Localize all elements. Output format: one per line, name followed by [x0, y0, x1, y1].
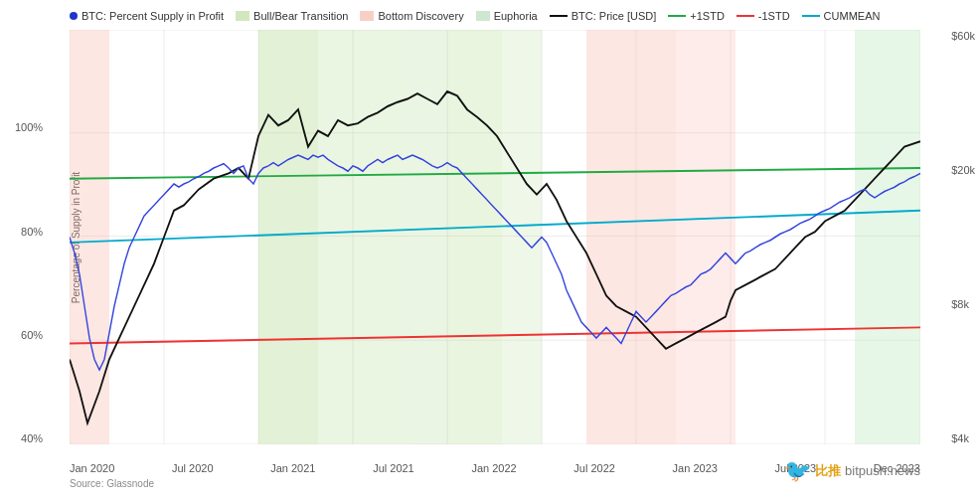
legend-minus-std: -1STD — [736, 10, 790, 22]
x-tick-2: Jan 2021 — [270, 462, 315, 474]
legend-btc-supply: BTC: Percent Supply in Profit — [70, 10, 224, 22]
band-bottom-3 — [676, 30, 735, 444]
legend-label-btc-supply: BTC: Percent Supply in Profit — [82, 10, 224, 22]
legend-dot-btc-supply — [70, 12, 78, 20]
band-bull-bear-1 — [258, 30, 318, 444]
twitter-bird-icon: 🐦 — [784, 458, 811, 484]
legend-btc-price: BTC: Price [USD] — [550, 10, 657, 22]
legend-label-euphoria: Euphoria — [494, 10, 538, 22]
legend-cummean: CUMMEAN — [802, 10, 881, 22]
y-tick-left-1: 100% — [15, 121, 43, 133]
chart-legend: BTC: Percent Supply in Profit Bull/Bear … — [70, 10, 920, 22]
x-tick-6: Jan 2023 — [673, 462, 718, 474]
x-tick-1: Jul 2020 — [172, 462, 214, 474]
legend-line-minus-std — [736, 15, 754, 17]
y-tick-right-1: $20k — [951, 164, 975, 176]
watermark-brand: 比推 bitpush.news — [815, 462, 920, 480]
legend-rect-bull-bear — [236, 11, 249, 21]
x-tick-0: Jan 2020 — [70, 462, 114, 474]
legend-euphoria: Euphoria — [476, 10, 538, 22]
y-tick-left-4: 40% — [21, 432, 43, 444]
y-tick-left-3: 60% — [21, 329, 43, 341]
y-tick-left-2: 80% — [21, 226, 43, 238]
legend-rect-euphoria — [476, 11, 490, 21]
band-bottom-1 — [70, 30, 109, 444]
source-label: Source: Glassnode — [70, 478, 154, 489]
x-tick-4: Jan 2022 — [471, 462, 516, 474]
legend-line-cummean — [802, 15, 820, 17]
y-tick-right-0: $60k — [951, 30, 975, 42]
y-tick-right-2: $8k — [951, 298, 969, 310]
legend-label-cummean: CUMMEAN — [824, 10, 881, 22]
y-axis-right: $60k $20k $8k $4k — [951, 30, 975, 444]
x-tick-5: Jul 2022 — [573, 462, 615, 474]
chart-svg — [70, 30, 920, 444]
legend-bottom-discovery: Bottom Discovery — [360, 10, 463, 22]
legend-plus-std: +1STD — [668, 10, 725, 22]
legend-bull-bear: Bull/Bear Transition — [236, 10, 348, 22]
legend-line-plus-std — [668, 15, 686, 17]
x-tick-3: Jul 2021 — [373, 462, 414, 474]
band-bull-bear-3 — [373, 30, 412, 444]
legend-rect-bottom-discovery — [360, 11, 374, 21]
band-bull-bear-2 — [318, 30, 373, 444]
band-bull-bear-5 — [447, 30, 502, 444]
legend-label-bottom-discovery: Bottom Discovery — [378, 10, 463, 22]
watermark: 🐦 比推 bitpush.news — [784, 458, 920, 484]
chart-container: BTC: Percent Supply in Profit Bull/Bear … — [0, 0, 980, 504]
band-bottom-2 — [586, 30, 676, 444]
legend-label-btc-price: BTC: Price [USD] — [572, 10, 657, 22]
legend-label-minus-std: -1STD — [758, 10, 790, 22]
y-axis-left: 100% 80% 60% 40% — [15, 30, 43, 444]
legend-line-btc-price — [550, 15, 568, 17]
chart-area: Percentage of Supply in Profit 100% 80% … — [70, 30, 920, 444]
band-euphoria — [855, 30, 920, 444]
legend-label-bull-bear: Bull/Bear Transition — [253, 10, 348, 22]
band-bull-bear-4 — [412, 30, 447, 444]
legend-label-plus-std: +1STD — [690, 10, 725, 22]
y-tick-right-3: $4k — [951, 432, 969, 444]
